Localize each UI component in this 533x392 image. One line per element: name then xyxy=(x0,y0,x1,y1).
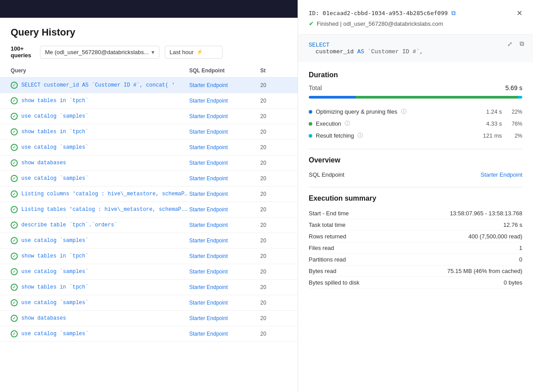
row-query-cell: Listing tables 'catalog : hive\_metastor… xyxy=(11,206,189,213)
table-row[interactable]: use catalog `samples` Starter Endpoint 2… xyxy=(0,140,298,155)
info-icon-optimize[interactable]: ⓘ xyxy=(401,108,406,115)
row-query-cell: show tables in `tpch` xyxy=(11,253,189,260)
row-query-cell: show tables in `tpch` xyxy=(11,128,189,135)
table-row[interactable]: show tables in `tpch` Starter Endpoint 2… xyxy=(0,124,298,140)
overview-endpoint-value[interactable]: Starter Endpoint xyxy=(481,171,522,178)
filters-row: 100+ queries Me (odl_user_567280@databri… xyxy=(11,45,287,59)
overview-endpoint-row: SQL Endpoint Starter Endpoint xyxy=(309,170,522,180)
time-filter-select[interactable]: Last hour ⚡ xyxy=(165,46,223,59)
table-row[interactable]: show databases Starter Endpoint 20 xyxy=(0,155,298,171)
exec-summary-row: Task total time 12.76 s xyxy=(309,219,522,231)
table-row[interactable]: show tables in `tpch` Starter Endpoint 2… xyxy=(0,249,298,264)
table-row[interactable]: Listing tables 'catalog : hive\_metastor… xyxy=(0,202,298,218)
endpoint-cell: Starter Endpoint xyxy=(189,206,260,213)
user-filter-label: Me (odl_user_567280@databrickslabs... xyxy=(45,49,149,55)
table-row[interactable]: use catalog `samples` Starter Endpoint 2… xyxy=(0,171,298,186)
endpoint-cell: Starter Endpoint xyxy=(189,284,260,290)
row-query-cell: use catalog `samples` xyxy=(11,237,189,244)
table-row[interactable]: Listing columns 'catalog : hive\_metasto… xyxy=(0,186,298,202)
row-query-cell: show tables in `tpch` xyxy=(11,97,189,104)
table-row[interactable]: use catalog `samples` Starter Endpoint 2… xyxy=(0,326,298,342)
query-text: describe table `tpch`.`orders` xyxy=(21,222,117,228)
endpoint-cell: Starter Endpoint xyxy=(189,331,260,337)
query-text: use catalog `samples` xyxy=(21,113,88,119)
query-text: use catalog `samples` xyxy=(21,238,88,244)
row-query-cell: use catalog `samples` xyxy=(11,144,189,151)
exec-summary-rows: Start - End time 13:58:07.965 - 13:58:13… xyxy=(309,208,522,289)
exec-value: 13:58:07.965 - 13:58:13.768 xyxy=(450,210,522,217)
progress-bar xyxy=(309,96,522,99)
progress-green xyxy=(356,96,518,99)
endpoint-cell: Starter Endpoint xyxy=(189,82,260,88)
exec-value: 1 xyxy=(519,245,522,251)
table-row[interactable]: use catalog `samples` Starter Endpoint 2… xyxy=(0,264,298,280)
exec-summary-row: Files read 1 xyxy=(309,242,522,254)
info-icon-execution[interactable]: ⓘ xyxy=(345,120,350,127)
table-header: Query SQL Endpoint St xyxy=(0,64,298,78)
table-row[interactable]: use catalog `samples` Starter Endpoint 2… xyxy=(0,233,298,249)
status-check-icon: ✔ xyxy=(309,20,314,27)
time-filter-label: Last hour xyxy=(170,49,194,55)
status-cell: 20 xyxy=(260,160,287,166)
table-row[interactable]: SELECT customer_id AS `Customer ID #`, c… xyxy=(0,78,298,93)
status-dot-icon xyxy=(11,82,18,89)
detail-status-text: Finished | odl_user_567280@databrickslab… xyxy=(317,20,443,27)
query-table: Query SQL Endpoint St SELECT customer_id… xyxy=(0,64,298,392)
user-filter-select[interactable]: Me (odl_user_567280@databrickslabs... ▾ xyxy=(40,46,159,59)
info-icon-result[interactable]: ⓘ xyxy=(358,132,363,139)
exec-label: Bytes spilled to disk xyxy=(309,279,359,286)
table-row[interactable]: use catalog `samples` Starter Endpoint 2… xyxy=(0,109,298,124)
status-dot-icon xyxy=(11,268,18,275)
table-row[interactable]: describe table `tpch`.`orders` Starter E… xyxy=(0,218,298,233)
col-query: Query xyxy=(11,67,189,74)
table-body: SELECT customer_id AS `Customer ID #`, c… xyxy=(0,78,298,342)
row-query-cell: Listing columns 'catalog : hive\_metasto… xyxy=(11,190,189,198)
exec-label: Task total time xyxy=(309,222,346,228)
expand-icon[interactable]: ⤢ xyxy=(505,39,514,48)
copy-code-icon[interactable]: ⧉ xyxy=(518,39,526,48)
status-dot-icon xyxy=(11,330,18,337)
query-history-header: Query History 100+ queries Me (odl_user_… xyxy=(0,18,298,64)
exec-summary-title: Execution summary xyxy=(309,194,522,202)
query-text: show tables in `tpch` xyxy=(21,253,88,259)
exec-label: Rows returned xyxy=(309,233,346,240)
right-panel: ID: 01ecaad2-cbbd-1034-a953-4b285c6ef099… xyxy=(298,0,533,392)
execution-pct: 76% xyxy=(509,121,522,127)
overview-endpoint-label: SQL Endpoint xyxy=(309,171,344,178)
row-query-cell: use catalog `samples` xyxy=(11,299,189,306)
status-dot-icon xyxy=(11,206,18,213)
row-query-cell: show databases xyxy=(11,159,189,166)
table-row[interactable]: show tables in `tpch` Starter Endpoint 2… xyxy=(0,93,298,109)
divider-2 xyxy=(309,187,522,187)
query-text: use catalog `samples` xyxy=(21,269,88,275)
row-query-cell: show databases xyxy=(11,315,189,322)
detail-status: ✔ Finished | odl_user_567280@databricksl… xyxy=(309,20,522,27)
detail-content: Duration Total 5.69 s Optimizing query &… xyxy=(298,62,533,392)
status-cell: 20 xyxy=(260,206,287,213)
overview-title: Overview xyxy=(309,156,522,164)
optimize-label: Optimizing query & pruning files xyxy=(316,108,398,115)
query-text: Listing tables 'catalog : hive\_metastor… xyxy=(21,206,189,213)
close-icon[interactable]: ✕ xyxy=(517,9,522,17)
exec-summary-row: Partitions read 0 xyxy=(309,254,522,265)
table-row[interactable]: show tables in `tpch` Starter Endpoint 2… xyxy=(0,280,298,295)
status-cell: 20 xyxy=(260,98,287,104)
copy-icon[interactable]: ⧉ xyxy=(451,9,456,17)
status-cell: 20 xyxy=(260,331,287,337)
status-dot-icon xyxy=(11,190,18,198)
optimize-pct: 22% xyxy=(509,109,522,115)
code-line-2: customer_id AS `Customer ID #`, xyxy=(309,48,522,55)
table-row[interactable]: show databases Starter Endpoint 20 xyxy=(0,311,298,326)
exec-value: 0 xyxy=(519,256,522,263)
query-text: show databases xyxy=(21,315,66,321)
status-cell: 20 xyxy=(260,82,287,88)
execution-label: Execution xyxy=(316,120,341,127)
status-dot-icon xyxy=(11,315,18,322)
duration-section: Duration Total 5.69 s Optimizing query &… xyxy=(309,71,522,142)
dot-teal-icon xyxy=(309,134,312,138)
optimize-time: 1.24 s xyxy=(486,108,502,115)
dot-green-icon xyxy=(309,122,312,126)
duration-item-execution: Execution ⓘ 4.33 s 76% xyxy=(309,118,522,130)
table-row[interactable]: use catalog `samples` Starter Endpoint 2… xyxy=(0,295,298,311)
exec-summary-row: Bytes spilled to disk 0 bytes xyxy=(309,277,522,289)
